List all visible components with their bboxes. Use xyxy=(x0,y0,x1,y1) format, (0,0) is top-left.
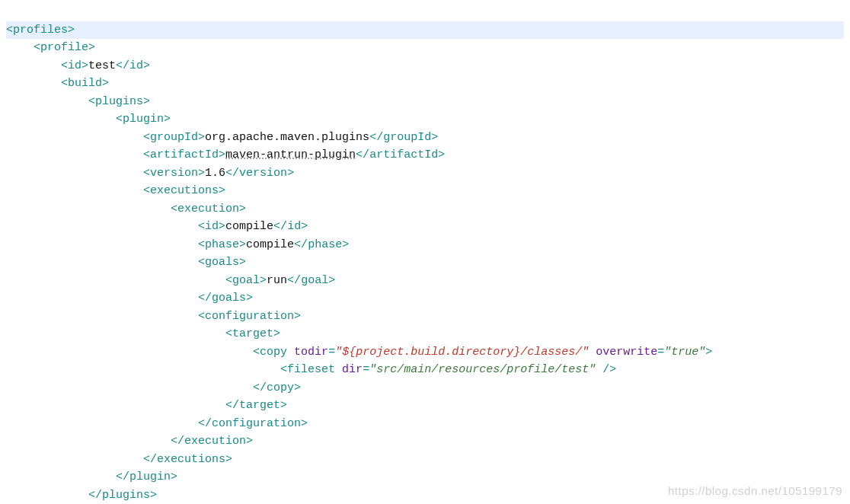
code-line: <execution> xyxy=(6,203,246,215)
code-line: <artifactId>maven-antrun-plugin</artifac… xyxy=(6,148,445,161)
code-line: </configuration> xyxy=(6,417,308,430)
code-line: </copy> xyxy=(6,381,301,394)
code-line: </target> xyxy=(6,399,287,412)
code-line: <id>test</id> xyxy=(6,59,150,72)
code-line: <version>1.6</version> xyxy=(6,167,294,180)
code-line: </executions> xyxy=(6,453,232,466)
code-line: <phase>compile</phase> xyxy=(6,238,349,251)
code-line: <plugin> xyxy=(6,113,171,126)
code-line: </plugin> xyxy=(6,471,177,483)
code-line: <groupId>org.apache.maven.plugins</group… xyxy=(6,131,438,144)
code-line: <profiles> xyxy=(6,21,844,40)
code-line: <copy todir="${project.build.directory}/… xyxy=(6,346,712,359)
code-line: <fileset dir="src/main/resources/profile… xyxy=(6,363,616,376)
watermark-text: https://blog.csdn.net/105199179 xyxy=(668,482,842,500)
code-line: <profile> xyxy=(6,41,95,54)
code-line: </plugins> xyxy=(6,489,157,502)
code-line: </execution> xyxy=(6,435,253,448)
code-line: </goals> xyxy=(6,292,253,305)
code-line: <goal>run</goal> xyxy=(6,274,335,287)
xml-code-block: <profiles> <profile> <id>test</id> <buil… xyxy=(0,0,850,504)
code-line: <build> xyxy=(6,77,109,90)
code-line: <executions> xyxy=(6,184,225,197)
code-line: <configuration> xyxy=(6,310,301,323)
code-line: <plugins> xyxy=(6,95,150,108)
code-line: <id>compile</id> xyxy=(6,220,308,233)
code-line: <target> xyxy=(6,327,280,340)
code-line: <goals> xyxy=(6,256,246,269)
